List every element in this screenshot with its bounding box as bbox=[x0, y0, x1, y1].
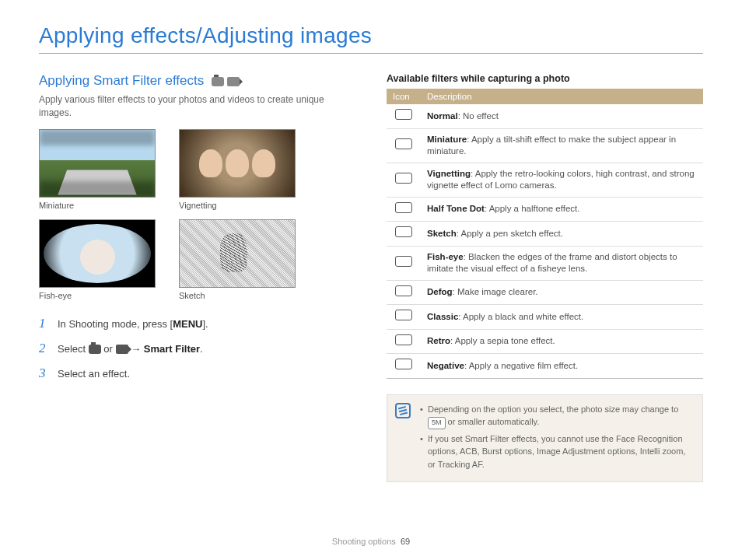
page-footer: Shooting options 69 bbox=[0, 537, 742, 546]
step-text-part: or bbox=[101, 343, 116, 355]
filter-name: Normal bbox=[427, 111, 458, 121]
filter-icon-cell bbox=[387, 104, 421, 128]
filter-description-cell: Sketch: Apply a pen sketch effect. bbox=[421, 222, 703, 247]
footer-page-number: 69 bbox=[401, 537, 410, 546]
filter-name: Negative bbox=[427, 361, 464, 370]
step-number: 2 bbox=[39, 341, 50, 356]
filter-description-cell: Half Tone Dot: Apply a halftone effect. bbox=[421, 197, 703, 222]
filter-icon-cell bbox=[387, 222, 421, 247]
note-text-part: Depending on the option you select, the … bbox=[428, 404, 678, 414]
step-text-part: Select bbox=[58, 343, 89, 355]
filter-description-cell: Classic: Apply a black and white effect. bbox=[421, 305, 703, 330]
step-text-part: In Shooting mode, press [ bbox=[58, 318, 173, 330]
sample-caption: Fish-eye bbox=[39, 291, 159, 300]
step-1: 1 In Shooting mode, press [MENU]. bbox=[39, 316, 355, 331]
filter-description-cell: Miniature: Apply a tilt-shift effect to … bbox=[421, 128, 703, 163]
note-bullet: If you set Smart Filter effects, you can… bbox=[420, 432, 693, 471]
step-text-part: ]. bbox=[202, 318, 208, 330]
step-3: 3 Select an effect. bbox=[39, 366, 355, 381]
filter-description-cell: Normal: No effect bbox=[421, 104, 703, 128]
step-number: 3 bbox=[39, 366, 50, 381]
size-badge: 5M bbox=[428, 417, 446, 429]
video-icon bbox=[227, 75, 240, 86]
sample-caption: Sketch bbox=[179, 291, 299, 300]
filter-name: Retro bbox=[427, 336, 450, 345]
table-row: Normal: No effect bbox=[387, 104, 703, 128]
filter-description-cell: Fish-eye: Blacken the edges of the frame… bbox=[421, 246, 703, 280]
filter-description-cell: Vignetting: Apply the retro-looking colo… bbox=[421, 163, 703, 197]
step-2: 2 Select or → Smart Filter. bbox=[39, 341, 355, 356]
left-column: Applying Smart Filter effects Apply vari… bbox=[39, 73, 355, 482]
table-row: Half Tone Dot: Apply a halftone effect. bbox=[387, 197, 703, 222]
table-row: Sketch: Apply a pen sketch effect. bbox=[387, 222, 703, 247]
filter-icon-cell bbox=[387, 305, 421, 330]
filter-description: : Apply a sepia tone effect. bbox=[450, 336, 555, 345]
filter-icon bbox=[395, 173, 412, 184]
table-row: Negative: Apply a negative film effect. bbox=[387, 354, 703, 379]
table-row: Retro: Apply a sepia tone effect. bbox=[387, 329, 703, 354]
filter-icon bbox=[395, 226, 412, 237]
filter-description-cell: Negative: Apply a negative film effect. bbox=[421, 354, 703, 379]
sample-miniature: Miniature bbox=[39, 129, 159, 210]
section-heading: Applying Smart Filter effects bbox=[39, 73, 355, 89]
sample-grid: Miniature Vignetting Fish-eye Sketch bbox=[39, 129, 355, 300]
video-icon bbox=[116, 345, 128, 354]
section-heading-text: Applying Smart Filter effects bbox=[39, 73, 204, 89]
filter-description-cell: Defog: Make image clearer. bbox=[421, 280, 703, 305]
filter-name: Defog bbox=[427, 287, 453, 296]
filter-icon-cell bbox=[387, 128, 421, 163]
sample-image-miniature bbox=[39, 129, 156, 198]
table-row: Vignetting: Apply the retro-looking colo… bbox=[387, 163, 703, 197]
filter-description-cell: Retro: Apply a sepia tone effect. bbox=[421, 329, 703, 354]
step-text-part: . bbox=[200, 343, 203, 355]
table-header-icon: Icon bbox=[387, 89, 421, 104]
sample-sketch: Sketch bbox=[179, 219, 299, 300]
filter-icon bbox=[395, 310, 412, 320]
filter-description: : No effect bbox=[458, 111, 499, 121]
table-row: Miniature: Apply a tilt-shift effect to … bbox=[387, 128, 703, 163]
sample-fisheye: Fish-eye bbox=[39, 219, 159, 300]
filter-description: : Apply a halftone effect. bbox=[485, 204, 580, 213]
filter-icon-cell bbox=[387, 246, 421, 280]
section-subtext: Apply various filter effects to your pho… bbox=[39, 93, 355, 120]
filter-icon-cell bbox=[387, 163, 421, 197]
note-bullet: Depending on the option you select, the … bbox=[420, 403, 693, 429]
sample-caption: Vignetting bbox=[179, 201, 299, 210]
filter-icon bbox=[395, 285, 412, 296]
filter-icon-cell bbox=[387, 197, 421, 222]
filter-icon bbox=[395, 359, 412, 369]
sample-caption: Miniature bbox=[39, 201, 159, 210]
filter-name: Sketch bbox=[427, 229, 457, 238]
filter-name: Classic bbox=[427, 312, 458, 321]
step-text: Select an effect. bbox=[58, 368, 130, 380]
table-header-description: Description bbox=[421, 89, 703, 104]
right-column: Available filters while capturing a phot… bbox=[387, 73, 703, 482]
filter-icon bbox=[395, 256, 412, 267]
filter-description: : Apply a black and white effect. bbox=[458, 312, 583, 321]
table-row: Classic: Apply a black and white effect. bbox=[387, 305, 703, 330]
filter-icon-cell bbox=[387, 280, 421, 305]
filter-icon bbox=[395, 138, 412, 149]
table-row: Fish-eye: Blacken the edges of the frame… bbox=[387, 246, 703, 280]
footer-section: Shooting options bbox=[332, 537, 396, 546]
sample-image-sketch bbox=[179, 219, 296, 288]
filter-icon bbox=[395, 334, 412, 345]
page-title: Applying effects/Adjusting images bbox=[39, 23, 703, 54]
step-text: Select or → Smart Filter. bbox=[58, 343, 203, 355]
smart-filter-label: Smart Filter bbox=[144, 343, 200, 355]
step-number: 1 bbox=[39, 316, 50, 331]
steps-list: 1 In Shooting mode, press [MENU]. 2 Sele… bbox=[39, 316, 355, 381]
note-box: Depending on the option you select, the … bbox=[387, 394, 703, 483]
filter-icon-cell bbox=[387, 354, 421, 379]
filter-description: : Blacken the edges of the frame and dis… bbox=[427, 252, 677, 274]
filter-description: : Apply a negative film effect. bbox=[464, 361, 578, 370]
note-text-part: or smaller automatically. bbox=[446, 417, 540, 426]
filter-icon-cell bbox=[387, 329, 421, 354]
camera-icon bbox=[212, 75, 224, 86]
filter-name: Miniature bbox=[427, 135, 467, 144]
filter-description: : Apply a pen sketch effect. bbox=[457, 229, 563, 238]
menu-label: MENU bbox=[173, 318, 202, 330]
step-text: In Shooting mode, press [MENU]. bbox=[58, 318, 208, 330]
note-icon bbox=[395, 403, 411, 418]
table-row: Defog: Make image clearer. bbox=[387, 280, 703, 305]
